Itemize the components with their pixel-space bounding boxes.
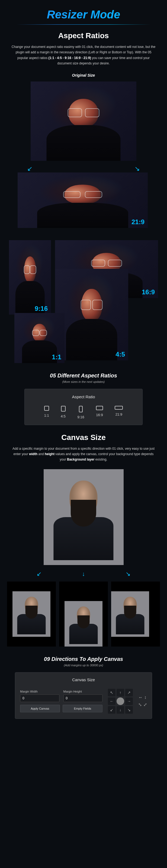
canvas-original-image	[44, 469, 123, 565]
title-divider	[16, 24, 151, 25]
original-size-label: Original Size	[0, 73, 167, 78]
anchor-h-icon[interactable]: ↔	[138, 695, 143, 700]
thumb-img-1	[12, 591, 50, 637]
ratio-45-icon	[61, 406, 65, 411]
dir-e[interactable]: →	[125, 698, 133, 705]
ratio-example-916: 9:16	[9, 240, 51, 315]
empty-fields-button[interactable]: Empty Fields	[63, 705, 103, 712]
canvas-thumbnails	[0, 582, 167, 647]
arrow-dl-icon: ↙	[36, 570, 41, 578]
aspect-ratios-description: Change your document aspect ratio easimy…	[0, 44, 167, 66]
ratio-count-note: (More sizes in the next updates)	[0, 380, 167, 383]
dir-nw[interactable]: ↖	[108, 689, 115, 696]
canvas-thumb-center	[7, 582, 56, 647]
arrow-left-icon: ↙	[27, 165, 32, 173]
directions-note: (Add margins up to 30000 px)	[0, 663, 167, 667]
ratio-916-icon	[79, 406, 83, 412]
dir-center[interactable]	[117, 698, 124, 705]
flow-arrows: ↙ ↘	[0, 165, 167, 173]
ratio-label-916: 9:16	[35, 305, 48, 312]
ratio-examples-grid: 21:9 9:16 16:9 4:5 1:1	[0, 173, 167, 363]
canvas-thumb-left	[111, 582, 160, 647]
canvas-panel-title: Canvas Size	[20, 677, 147, 682]
ratio-169-icon	[96, 406, 103, 410]
ratio-count-heading: 05 Different Aspect Ratios	[0, 373, 167, 379]
page-title: Resizer Mode	[0, 0, 167, 24]
anchor-d1-icon[interactable]: ⤡	[138, 702, 142, 707]
canvas-size-panel: Canvas Size Margin Width Margin Height A…	[15, 672, 152, 719]
direction-grid: ↖ ↑ ↗ ← → ↙ ↓ ↘	[108, 689, 133, 714]
ratio-label-219: 21:9	[132, 218, 144, 226]
margin-height-label: Margin Height	[63, 690, 103, 693]
dir-n[interactable]: ↑	[117, 689, 124, 696]
ratio-label-11: 1:1	[52, 353, 61, 361]
ratio-option-169[interactable]: 16:9	[96, 406, 103, 420]
dir-s[interactable]: ↓	[117, 706, 124, 714]
ratio-11-icon	[44, 406, 49, 411]
ratio-example-11: 1:1	[15, 313, 64, 363]
aspect-ratio-panel-title: Aspect Ratio	[30, 395, 137, 399]
ratio-option-45[interactable]: 4:5	[61, 406, 65, 420]
ratio-219-icon	[115, 406, 123, 410]
dir-w[interactable]: ←	[108, 698, 115, 705]
ratio-45-text: 4:5	[61, 414, 65, 418]
dir-sw[interactable]: ↙	[108, 706, 115, 714]
margin-width-label: Margin Width	[20, 690, 59, 693]
ratio-example-219: 21:9	[18, 173, 148, 228]
ratio-label-45: 4:5	[115, 351, 125, 358]
margin-height-input[interactable]	[63, 694, 103, 702]
ratio-option-219[interactable]: 21:9	[115, 406, 123, 420]
anchor-icons: ↔↕ ⤡⤢	[138, 695, 147, 707]
ratio-option-916[interactable]: 9:16	[77, 406, 84, 420]
ratio-219-text: 21:9	[115, 412, 122, 416]
ratio-169-text: 16:9	[96, 413, 103, 417]
anchor-v-icon[interactable]: ↕	[144, 695, 146, 700]
dir-se[interactable]: ↘	[125, 706, 133, 714]
thumb-img-3	[111, 591, 149, 637]
direction-arrows: ↙ ↓ ↘	[0, 570, 167, 578]
arrow-down-icon: ↓	[82, 570, 85, 578]
arrow-dr-icon: ↘	[126, 570, 131, 578]
original-image	[31, 82, 136, 161]
cs-mid: and	[37, 452, 45, 456]
thumb-img-2	[64, 601, 103, 647]
directions-heading: 09 Directions To Apply Canvas	[0, 656, 167, 662]
canvas-size-heading: Canvas Size	[0, 433, 167, 442]
arrow-right-icon: ↘	[135, 165, 140, 173]
apply-canvas-button[interactable]: Apply Canvas	[20, 705, 60, 712]
anchor-d2-icon[interactable]: ⤢	[143, 702, 147, 707]
ratio-option-11[interactable]: 1:1	[44, 406, 49, 420]
ratio-label-169: 16:9	[142, 288, 155, 296]
desc-bold: (1:1 - 4:5 - 9:16 - 16:9 - 21:9)	[49, 56, 91, 60]
canvas-thumb-bottom	[59, 582, 108, 647]
canvas-size-description: Add a cpecific margin to your document f…	[0, 446, 167, 462]
ratio-11-text: 1:1	[44, 413, 49, 417]
margin-width-input[interactable]	[20, 694, 59, 702]
cs-b3: Background layer	[67, 458, 94, 461]
aspect-ratio-panel: Aspect Ratio 1:1 4:5 9:16 16:9 21:9	[24, 389, 143, 425]
cs-post: existing.	[94, 458, 107, 461]
dir-ne[interactable]: ↗	[125, 689, 133, 696]
cs-b1: width	[29, 452, 37, 456]
ratio-example-45: 4:5	[55, 269, 128, 360]
aspect-ratios-heading: Aspect Ratios	[0, 31, 167, 40]
ratio-916-text: 9:16	[77, 415, 84, 419]
cs-b2: height	[45, 452, 55, 456]
